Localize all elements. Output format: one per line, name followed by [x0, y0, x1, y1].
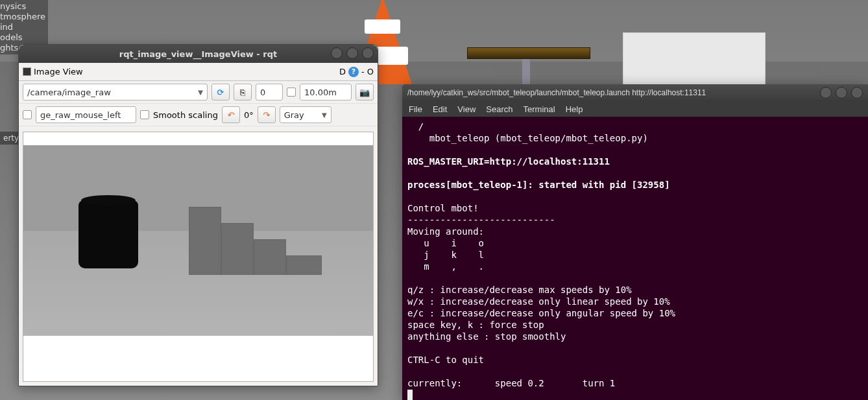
- camera-image-viewport[interactable]: [23, 132, 374, 382]
- minimize-button[interactable]: [331, 47, 343, 59]
- mouse-topic-checkbox[interactable]: [23, 110, 32, 119]
- term-line: anything else : stop smoothly: [407, 331, 566, 342]
- terminal-title-text: /home/lyy/catkin_ws/src/mbot_teleop/laun…: [407, 88, 706, 97]
- term-line: ---------------------------: [407, 215, 555, 225]
- checkbox-1[interactable]: [287, 88, 296, 97]
- term-line: CTRL-C to quit: [407, 355, 484, 365]
- save-icon: ⎘: [240, 88, 245, 97]
- refresh-icon: ⟳: [217, 88, 224, 97]
- smooth-checkbox[interactable]: [140, 110, 149, 119]
- minimize-button[interactable]: [820, 87, 832, 99]
- term-line: ROS_MASTER_URI=http://localhost:11311: [407, 156, 610, 167]
- camera-icon: 📷: [359, 88, 370, 97]
- d-button[interactable]: D: [339, 67, 346, 76]
- rqt-title-text: rqt_image_view__ImageView - rqt: [119, 49, 277, 59]
- rotate-right-icon: ↷: [263, 110, 270, 120]
- term-line: mbot_teleop (mbot_teleop/mbot_teleop.py): [407, 133, 648, 143]
- terminal-titlebar[interactable]: /home/lyy/catkin_ws/src/mbot_teleop/laun…: [402, 84, 868, 101]
- undock-button[interactable]: - O: [361, 67, 374, 76]
- rotate-left-button[interactable]: ↶: [222, 106, 240, 123]
- toolbar-row-2: ge_raw_mouse_left Smooth scaling ↶ 0° ↷ …: [19, 104, 378, 126]
- menu-search[interactable]: Search: [486, 104, 512, 114]
- panel-checkbox[interactable]: [23, 67, 31, 76]
- terminal-window: /home/lyy/catkin_ws/src/mbot_teleop/laun…: [402, 84, 868, 400]
- term-line: e/c : increase/decrease only angular spe…: [407, 308, 675, 318]
- camera-image: [23, 145, 373, 336]
- tree-item[interactable]: tmosphere: [0, 12, 45, 22]
- rotate-right-button[interactable]: ↷: [258, 106, 276, 123]
- color-combo[interactable]: Gray ▼: [280, 106, 332, 123]
- term-line: Control mbot!: [407, 203, 479, 213]
- terminal-menubar: File Edit View Search Terminal Help: [402, 101, 868, 117]
- menu-terminal[interactable]: Terminal: [524, 104, 555, 114]
- maximize-button[interactable]: [346, 47, 358, 59]
- menu-file[interactable]: File: [409, 104, 422, 114]
- image-view-header: Image View D ? - O: [19, 63, 378, 81]
- term-line: m , .: [407, 261, 484, 272]
- tree-item[interactable]: odels: [0, 32, 45, 43]
- rqt-titlebar[interactable]: rqt_image_view__ImageView - rqt: [19, 45, 378, 63]
- term-line: /: [407, 121, 424, 132]
- term-line: u i o: [407, 238, 484, 248]
- menu-help[interactable]: Help: [566, 104, 583, 114]
- color-value: Gray: [284, 110, 304, 120]
- num-value: 0: [260, 88, 265, 97]
- chevron-down-icon: ▼: [198, 89, 203, 96]
- mouse-topic-value: ge_raw_mouse_left: [40, 110, 121, 120]
- close-button[interactable]: [851, 87, 863, 99]
- close-button[interactable]: [362, 47, 374, 59]
- angle-value: 0°: [244, 110, 254, 120]
- panel-title: Image View: [34, 67, 83, 76]
- term-line: j k l: [407, 250, 484, 260]
- mouse-topic-combo[interactable]: ge_raw_mouse_left: [36, 106, 136, 123]
- sim-table-top: [467, 47, 590, 59]
- help-icon[interactable]: ?: [348, 67, 359, 77]
- image-bucket-shape: [78, 200, 138, 268]
- toolbar-row-1: /camera/image_raw ▼ ⟳ ⎘ 0 10.00m 📷: [19, 81, 378, 104]
- refresh-button[interactable]: ⟳: [211, 84, 230, 100]
- num-input[interactable]: 0: [256, 84, 283, 100]
- save-image-button[interactable]: ⎘: [234, 84, 252, 100]
- term-line: w/x : increase/decrease only linear spee…: [407, 296, 670, 307]
- distance-value: 10.00m: [304, 88, 337, 97]
- term-line: space key, k : force stop: [407, 320, 544, 330]
- image-stairs-shape: [189, 207, 325, 275]
- tree-item[interactable]: ind: [0, 22, 45, 32]
- terminal-cursor: [407, 390, 413, 400]
- menu-view[interactable]: View: [457, 104, 476, 114]
- term-line: q/z : increase/decrease max speeds by 10…: [407, 285, 632, 295]
- smooth-label: Smooth scaling: [153, 110, 218, 120]
- tree-item[interactable]: nysics: [0, 1, 45, 12]
- topic-value: /camera/image_raw: [27, 88, 111, 97]
- term-line: currently: speed 0.2 turn 1: [407, 378, 615, 388]
- rotate-left-icon: ↶: [227, 110, 234, 120]
- snapshot-button[interactable]: 📷: [356, 84, 374, 100]
- distance-input[interactable]: 10.00m: [300, 84, 352, 100]
- rqt-image-view-window: rqt_image_view__ImageView - rqt Image Vi…: [18, 44, 378, 386]
- term-line: process[mbot_teleop-1]: started with pid…: [407, 180, 670, 190]
- topic-combo[interactable]: /camera/image_raw ▼: [23, 84, 208, 100]
- terminal-body[interactable]: / mbot_teleop (mbot_teleop/mbot_teleop.p…: [402, 117, 868, 400]
- menu-edit[interactable]: Edit: [433, 104, 447, 114]
- chevron-down-icon: ▼: [322, 112, 327, 119]
- term-line: Moving around:: [407, 226, 484, 237]
- maximize-button[interactable]: [836, 87, 847, 99]
